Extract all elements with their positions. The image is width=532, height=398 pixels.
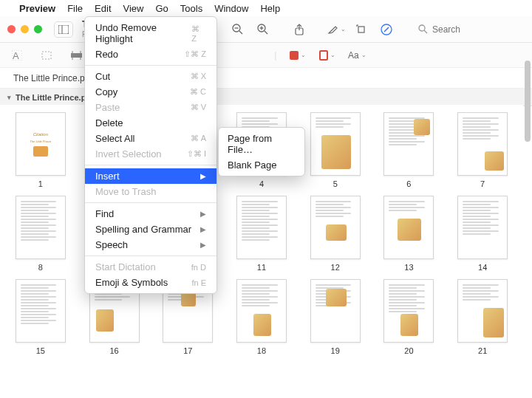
page-thumbnail[interactable]: [383, 196, 434, 259]
vertical-scrollbar[interactable]: [525, 61, 531, 394]
menu-emoji[interactable]: Emoji & Symbolsfn E: [85, 275, 216, 290]
thumbnail-cell[interactable]: 7: [455, 112, 510, 188]
search-input[interactable]: [432, 24, 506, 35]
page-thumbnail[interactable]: [236, 279, 287, 343]
page-thumbnail[interactable]: [383, 279, 434, 343]
border-color-picker[interactable]: ⌄: [319, 47, 335, 64]
page-number-label: 6: [406, 179, 411, 188]
page-thumbnail[interactable]: [310, 196, 361, 259]
page-thumbnail[interactable]: CitationThe Little Prince: [16, 112, 66, 176]
page-thumbnail[interactable]: [16, 196, 66, 259]
menu-copy[interactable]: Copy⌘ C: [85, 84, 216, 100]
menu-window[interactable]: Window: [214, 3, 248, 14]
page-thumbnail[interactable]: [310, 279, 361, 343]
font-label: Aa: [348, 50, 359, 61]
menu-move-to-trash: Move to Trash: [85, 184, 216, 199]
menu-find[interactable]: Find▶: [85, 206, 216, 222]
thumbnail-cell[interactable]: 12: [308, 196, 363, 272]
zoom-in-button[interactable]: [253, 21, 272, 38]
menu-separator: [85, 165, 216, 165]
system-menubar: Preview File Edit View Go Tools Window H…: [0, 0, 532, 16]
share-button[interactable]: [290, 21, 309, 38]
thumbnail-cell[interactable]: 21: [455, 279, 510, 355]
menu-select-all[interactable]: Select All⌘ A: [85, 131, 216, 146]
scrollbar-thumb[interactable]: [525, 61, 531, 142]
menu-separator: [85, 255, 216, 256]
thumbnail-cell[interactable]: 19: [308, 279, 363, 355]
menu-go[interactable]: Go: [155, 3, 168, 14]
submenu-page-from-file[interactable]: Page from File…: [219, 131, 304, 157]
menu-start-dictation: Start Dictationfn D: [85, 259, 216, 275]
disclosure-triangle-icon[interactable]: ▾: [7, 94, 11, 101]
search-icon: [418, 24, 428, 34]
thumbnail-cell[interactable]: 15: [13, 279, 68, 355]
menu-edit[interactable]: Edit: [95, 3, 111, 14]
page-thumbnail[interactable]: [457, 279, 508, 343]
menu-redo[interactable]: Redo⇧⌘ Z: [85, 47, 216, 62]
menu-paste: Paste⌘ V: [85, 100, 216, 115]
thumbnail-cell[interactable]: 11: [234, 196, 289, 272]
page-thumbnail[interactable]: [236, 196, 287, 259]
page-number-label: 12: [331, 263, 340, 272]
page-thumbnail[interactable]: [457, 196, 508, 259]
insert-submenu: Page from File… Blank Page: [218, 127, 305, 176]
menu-view[interactable]: View: [123, 3, 144, 14]
thumbnail-cell[interactable]: 18: [234, 279, 289, 355]
close-window-button[interactable]: [7, 25, 16, 33]
chevron-right-icon: ▶: [200, 172, 206, 180]
app-name[interactable]: Preview: [19, 3, 55, 14]
highlight-button[interactable]: ⌄: [327, 21, 346, 38]
menu-cut[interactable]: Cut⌘ X: [85, 69, 216, 84]
rotate-icon: [356, 24, 366, 35]
thumbnail-cell[interactable]: 14: [455, 196, 510, 272]
text-select-icon: A: [12, 50, 22, 61]
page-thumbnail[interactable]: [310, 112, 361, 176]
page-number-label: 4: [259, 179, 264, 188]
menu-tools[interactable]: Tools: [180, 3, 202, 14]
font-style-picker[interactable]: Aa⌄: [349, 47, 365, 64]
menu-insert[interactable]: Insert▶: [85, 168, 216, 184]
menu-undo[interactable]: Undo Remove Highlight⌘ Z: [85, 20, 216, 47]
svg-line-14: [424, 30, 427, 33]
redact-tool[interactable]: [68, 47, 84, 64]
page-number-label: 8: [38, 263, 43, 272]
menu-help[interactable]: Help: [260, 3, 280, 14]
thumbnail-cell[interactable]: CitationThe Little Prince1: [13, 112, 68, 188]
rotate-button[interactable]: [352, 21, 371, 38]
thumbnail-cell[interactable]: 6: [382, 112, 437, 188]
svg-rect-0: [58, 25, 69, 34]
chevron-down-icon: ⌄: [361, 52, 366, 58]
sidebar-toggle-button[interactable]: [54, 21, 73, 38]
menu-file[interactable]: File: [67, 3, 83, 14]
menu-separator: [85, 65, 216, 66]
page-number-label: 20: [404, 346, 413, 355]
minimize-window-button[interactable]: [21, 25, 29, 33]
menu-delete[interactable]: Delete: [85, 115, 216, 131]
page-thumbnail[interactable]: [457, 112, 508, 176]
page-thumbnail[interactable]: [16, 279, 66, 343]
search-field[interactable]: [414, 22, 525, 37]
fill-color-picker[interactable]: ⌄: [290, 47, 306, 64]
submenu-blank-page[interactable]: Blank Page: [219, 157, 304, 173]
chevron-right-icon: ▶: [200, 225, 206, 233]
window-titlebar: Tl Pa ⌄: [0, 16, 532, 43]
zoom-out-button[interactable]: [228, 21, 247, 38]
menu-spelling[interactable]: Spelling and Grammar▶: [85, 222, 216, 237]
preview-window: Tl Pa ⌄ A: [0, 16, 532, 398]
thumbnail-cell[interactable]: 8: [13, 196, 68, 272]
menu-speech[interactable]: Speech▶: [85, 237, 216, 253]
svg-text:A: A: [13, 50, 19, 61]
sidebar-header[interactable]: ▾ The Little Prince.pdf: [0, 89, 532, 106]
highlighter-icon: [327, 24, 339, 35]
text-selection-tool[interactable]: A: [9, 47, 25, 64]
thumbnail-cell[interactable]: 5: [308, 112, 363, 188]
zoom-in-icon: [257, 24, 268, 35]
thumbnail-cell[interactable]: 13: [382, 196, 437, 272]
markup-button[interactable]: [377, 21, 396, 38]
fullscreen-window-button[interactable]: [34, 25, 42, 33]
rect-selection-tool[interactable]: [38, 47, 55, 64]
svg-point-13: [419, 25, 425, 31]
thumbnail-cell[interactable]: 20: [382, 279, 437, 355]
sidebar-file-name: The Little Prince.pdf: [16, 93, 94, 102]
page-thumbnail[interactable]: [383, 112, 434, 176]
